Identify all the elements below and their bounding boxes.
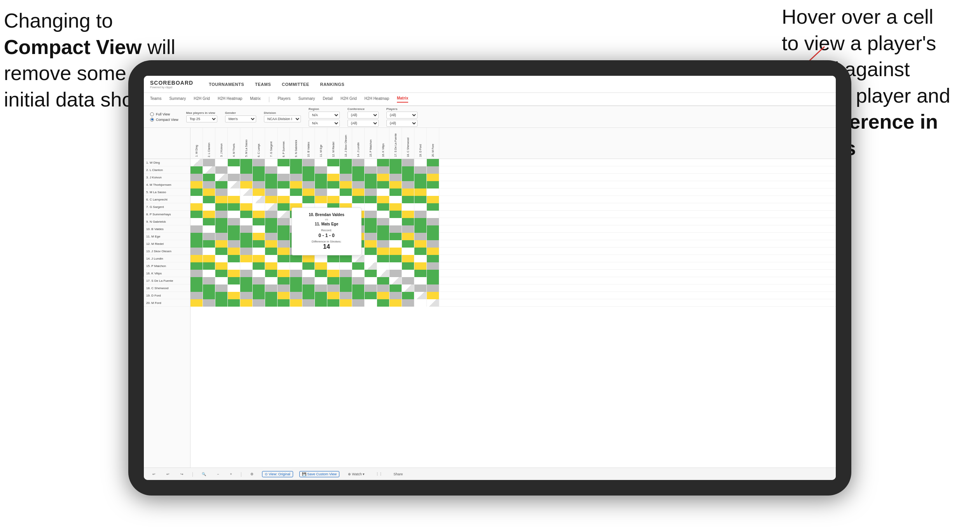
grid-cell[interactable] [190,203,203,211]
toolbar-save-custom[interactable]: 💾 Save Custom View [299,471,339,477]
grid-cell[interactable] [265,233,278,240]
grid-cell[interactable] [290,174,302,181]
grid-cell[interactable] [190,270,203,277]
grid-cell[interactable] [365,277,377,284]
toolbar-watch[interactable]: ⊕ Watch ▾ [346,471,367,477]
grid-cell[interactable] [327,277,340,284]
grid-cell[interactable] [352,262,365,270]
grid-cell[interactable] [340,174,352,181]
grid-cell[interactable] [278,196,290,203]
grid-cell[interactable] [290,270,302,277]
grid-cell[interactable] [240,248,253,255]
toolbar-settings[interactable]: ⚙ [248,471,256,477]
grid-cell[interactable] [365,211,377,218]
grid-cell[interactable] [203,174,215,181]
grid-cell[interactable] [402,299,414,307]
grid-cell[interactable] [190,240,203,248]
grid-cell[interactable] [377,299,390,307]
grid-cell[interactable] [253,159,265,166]
grid-cell[interactable] [352,299,365,307]
grid-cell[interactable] [427,233,439,240]
grid-cell[interactable] [302,299,315,307]
grid-cell[interactable] [215,240,228,248]
filter-region-select1[interactable]: N/A [309,112,340,119]
grid-cell[interactable] [402,270,414,277]
grid-cell[interactable] [340,292,352,299]
grid-cell[interactable] [377,233,390,240]
grid-cell[interactable] [365,292,377,299]
grid-cell[interactable] [290,262,302,270]
grid-cell[interactable] [240,292,253,299]
grid-cell[interactable] [427,166,439,174]
grid-cell[interactable] [390,284,402,292]
grid-cell[interactable] [203,188,215,196]
grid-cell[interactable] [365,255,377,262]
grid-cell[interactable] [265,174,278,181]
grid-cell[interactable] [240,174,253,181]
grid-cell[interactable] [240,277,253,284]
grid-cell[interactable] [352,292,365,299]
grid-cell[interactable] [278,166,290,174]
grid-cell[interactable] [414,277,427,284]
filter-max-select[interactable]: Top 25 [186,115,217,122]
grid-cell[interactable] [402,181,414,188]
grid-cell[interactable] [302,159,315,166]
filter-conference-select2[interactable]: (All) [348,120,379,127]
grid-cell[interactable] [427,255,439,262]
grid-cell[interactable] [203,262,215,270]
grid-cell[interactable] [215,218,228,225]
grid-cell[interactable] [427,277,439,284]
grid-cell[interactable] [315,255,327,262]
grid-cell[interactable] [327,270,340,277]
grid-cell[interactable] [290,159,302,166]
grid-cell[interactable] [390,196,402,203]
grid-cell[interactable] [377,277,390,284]
grid-cell[interactable] [278,218,290,225]
grid-cell[interactable] [315,159,327,166]
grid-cell[interactable] [365,188,377,196]
grid-cell[interactable] [190,174,203,181]
grid-cell[interactable] [402,277,414,284]
grid-cell[interactable] [190,255,203,262]
grid-cell[interactable] [265,240,278,248]
grid-cell[interactable] [402,225,414,233]
grid-cell[interactable] [215,203,228,211]
grid-cell[interactable] [377,255,390,262]
grid-cell[interactable] [327,292,340,299]
grid-cell[interactable] [315,277,327,284]
grid-cell[interactable] [203,292,215,299]
grid-cell[interactable] [278,284,290,292]
grid-cell[interactable] [390,181,402,188]
grid-cell[interactable] [190,188,203,196]
grid-cell[interactable] [390,299,402,307]
toolbar-zoom-icon[interactable]: 🔍 [199,471,208,477]
grid-cell[interactable] [402,211,414,218]
grid-cell[interactable] [302,262,315,270]
grid-cell[interactable] [253,188,265,196]
grid-cell[interactable] [414,211,427,218]
grid-cell[interactable] [265,211,278,218]
grid-cell[interactable] [240,181,253,188]
grid-cell[interactable] [215,292,228,299]
filter-region-select2[interactable]: N/A [309,120,340,127]
grid-cell[interactable] [203,270,215,277]
grid-cell[interactable] [315,292,327,299]
toolbar-plus[interactable]: + [227,471,234,477]
grid-cell[interactable] [414,203,427,211]
grid-cell[interactable] [302,270,315,277]
grid-cell[interactable] [215,277,228,284]
grid-cell[interactable] [352,255,365,262]
grid-cell[interactable] [365,248,377,255]
grid-cell[interactable] [365,159,377,166]
grid-cell[interactable] [427,270,439,277]
grid-cell[interactable] [228,166,240,174]
grid-cell[interactable] [402,203,414,211]
grid-cell[interactable] [253,211,265,218]
grid-cell[interactable] [390,159,402,166]
sub-tab-summary2[interactable]: Summary [299,96,315,102]
grid-cell[interactable] [390,270,402,277]
grid-cell[interactable] [265,196,278,203]
grid-cell[interactable] [203,218,215,225]
grid-cell[interactable] [352,174,365,181]
grid-cell[interactable] [414,174,427,181]
